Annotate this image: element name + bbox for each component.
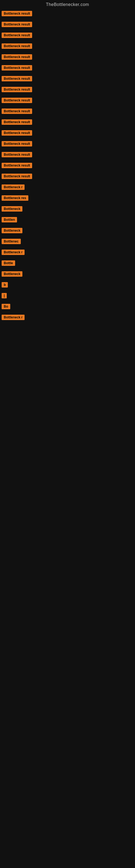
list-item: Bottleneck result	[0, 149, 135, 160]
list-item: Bottleneck	[0, 204, 135, 214]
bottleneck-badge[interactable]: Bottleneck result	[2, 130, 32, 135]
list-item: Bottleneck result	[0, 138, 135, 149]
list-item: Bottleneck result	[0, 41, 135, 52]
bottleneck-badge[interactable]: Bottleneck result	[2, 65, 32, 70]
list-item: Bottleneck result	[0, 117, 135, 127]
bottleneck-badge[interactable]: Bottleneck r	[2, 184, 25, 190]
bottleneck-badge[interactable]: Bottleneck result	[2, 22, 32, 27]
bottleneck-badge[interactable]: Bottleneck result	[2, 152, 32, 157]
site-title: TheBottlenecker.com	[0, 0, 135, 8]
list-item: Bottleneck result	[0, 127, 135, 138]
list-item: b	[0, 279, 135, 290]
list-item: Bottleneck result	[0, 171, 135, 182]
bottleneck-badge[interactable]: Bottleneck result	[2, 43, 32, 49]
bottleneck-badge[interactable]: Bottleneck result	[2, 141, 32, 147]
list-item: Bottleneck result	[0, 8, 135, 19]
bottleneck-badge[interactable]: Bottleneck result	[2, 54, 32, 60]
bottleneck-badge[interactable]: Bottleneck r	[2, 315, 25, 320]
bottleneck-badge[interactable]: Bottleneck result	[2, 174, 32, 179]
list-item: Bottleneck result	[0, 19, 135, 30]
bottleneck-badge[interactable]: Bottleneck result	[2, 98, 32, 103]
bottleneck-badge[interactable]: Bottleneck result	[2, 163, 32, 168]
bottleneck-badge[interactable]: Bottleneck result	[2, 11, 32, 16]
list-item: Bottleneck r	[0, 312, 135, 323]
list-item: Bottleneck result	[0, 73, 135, 84]
bottleneck-badge[interactable]: Bottleneck	[2, 228, 22, 233]
bottleneck-badge[interactable]: Bottleneck	[2, 271, 22, 277]
bottleneck-badge[interactable]: Bottle	[2, 260, 15, 266]
bottleneck-badge[interactable]: Bottleneck	[2, 206, 22, 212]
bottleneck-badge[interactable]: Bottlen	[2, 217, 17, 222]
bottleneck-badge[interactable]: |	[2, 293, 7, 299]
bottleneck-badge[interactable]: Bo	[2, 304, 10, 309]
list-item: Bottlenec	[0, 236, 135, 247]
list-item: Bottleneck result	[0, 84, 135, 95]
list-item: Bottleneck	[0, 269, 135, 279]
bottleneck-badge[interactable]: Bottleneck result	[2, 33, 32, 38]
list-item: Bottle	[0, 258, 135, 269]
list-item: Bottleneck r	[0, 247, 135, 258]
bottleneck-badge[interactable]: Bottleneck res	[2, 195, 28, 201]
list-item: Bottleneck result	[0, 30, 135, 41]
list-item: Bottleneck result	[0, 160, 135, 171]
list-item: Bottleneck res	[0, 193, 135, 204]
bottleneck-badge[interactable]: Bottleneck result	[2, 119, 32, 125]
list-item: |	[0, 290, 135, 301]
bottleneck-badge[interactable]: Bottleneck result	[2, 108, 32, 114]
list-item: Bottleneck r	[0, 182, 135, 193]
bottleneck-badge[interactable]: b	[2, 282, 8, 287]
list-item: Bottleneck result	[0, 52, 135, 62]
list-item: Bottleneck	[0, 225, 135, 236]
bottleneck-badge[interactable]: Bottleneck r	[2, 250, 25, 255]
bottleneck-badge[interactable]: Bottleneck result	[2, 87, 32, 92]
bottleneck-badge[interactable]: Bottleneck result	[2, 76, 32, 82]
list-item: Bottlen	[0, 214, 135, 225]
list-item: Bottleneck result	[0, 106, 135, 117]
list-item: Bottleneck result	[0, 95, 135, 106]
list-item: Bo	[0, 301, 135, 312]
bottleneck-badge[interactable]: Bottlenec	[2, 239, 21, 244]
list-item: Bottleneck result	[0, 62, 135, 73]
